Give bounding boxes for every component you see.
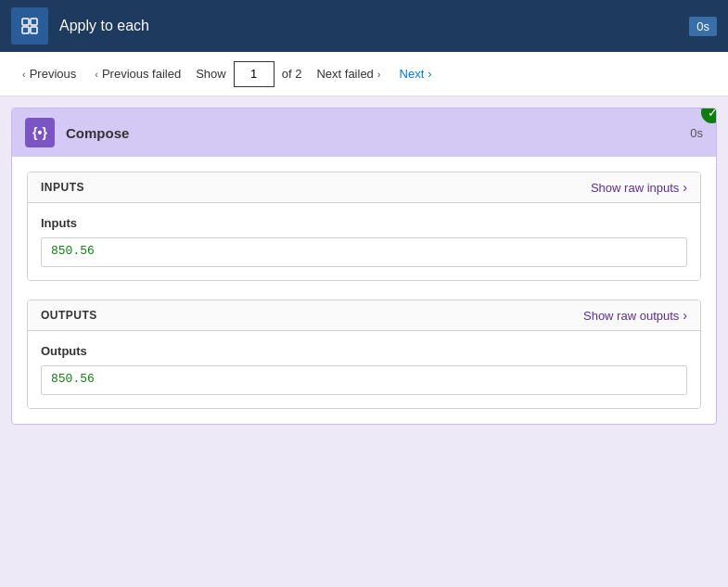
previous-failed-label: Previous failed <box>102 67 181 81</box>
chevron-right-icon: › <box>377 69 381 80</box>
previous-button[interactable]: ‹ Previous <box>15 63 83 84</box>
previous-label: Previous <box>30 67 77 81</box>
outputs-label: OUTPUTS <box>41 309 97 322</box>
compose-body: INPUTS Show raw inputs › Inputs 850.56 O… <box>12 157 716 424</box>
svg-rect-2 <box>22 27 29 33</box>
chevron-right-outputs-icon: › <box>683 308 687 323</box>
header-icon <box>11 7 48 45</box>
next-failed-label: Next failed <box>316 67 373 81</box>
compose-icon-text: {•} <box>32 125 47 140</box>
header-title: Apply to each <box>59 18 678 34</box>
show-raw-outputs-label: Show raw outputs <box>583 309 679 323</box>
svg-rect-0 <box>22 19 29 25</box>
compose-card: ✓ {•} Compose 0s INPUTS Show raw inputs … <box>11 108 717 425</box>
show-raw-inputs-label: Show raw inputs <box>591 181 679 195</box>
of-label: of 2 <box>282 67 302 81</box>
header-time: 0s <box>689 17 717 36</box>
next-button[interactable]: Next › <box>392 63 440 84</box>
inputs-field-label: Inputs <box>41 216 687 230</box>
nav-bar: ‹ Previous ‹ Previous failed Show 1 of 2… <box>0 52 728 96</box>
page-number-input[interactable]: 1 <box>234 61 275 87</box>
inputs-value: 850.56 <box>41 237 687 267</box>
svg-rect-3 <box>31 27 37 33</box>
chevron-right-inputs-icon: › <box>683 180 687 195</box>
outputs-value: 850.56 <box>41 365 687 395</box>
inputs-header: INPUTS Show raw inputs › <box>28 172 700 203</box>
outputs-body: Outputs 850.56 <box>28 331 700 408</box>
compose-title: Compose <box>66 125 679 141</box>
previous-failed-button[interactable]: ‹ Previous failed <box>87 63 188 84</box>
header-bar: Apply to each 0s <box>0 0 728 52</box>
next-label: Next <box>400 67 425 81</box>
compose-icon: {•} <box>25 118 55 147</box>
compose-header: {•} Compose 0s <box>12 108 716 157</box>
show-raw-outputs-button[interactable]: Show raw outputs › <box>583 308 687 323</box>
outputs-field-label: Outputs <box>41 344 687 358</box>
next-failed-button[interactable]: Next failed › <box>309 63 388 84</box>
chevron-left-icon2: ‹ <box>95 69 98 80</box>
chevron-right-blue-icon: › <box>428 67 431 81</box>
show-raw-inputs-button[interactable]: Show raw inputs › <box>591 180 687 195</box>
compose-time: 0s <box>690 126 703 140</box>
svg-rect-1 <box>31 19 37 25</box>
outputs-header: OUTPUTS Show raw outputs › <box>28 300 700 331</box>
inputs-label: INPUTS <box>41 181 84 194</box>
show-label: Show <box>196 67 226 81</box>
inputs-body: Inputs 850.56 <box>28 203 700 280</box>
outputs-section: OUTPUTS Show raw outputs › Outputs 850.5… <box>27 300 701 409</box>
chevron-left-icon: ‹ <box>22 69 26 80</box>
main-content: ✓ {•} Compose 0s INPUTS Show raw inputs … <box>0 96 728 587</box>
inputs-section: INPUTS Show raw inputs › Inputs 850.56 <box>27 172 701 281</box>
